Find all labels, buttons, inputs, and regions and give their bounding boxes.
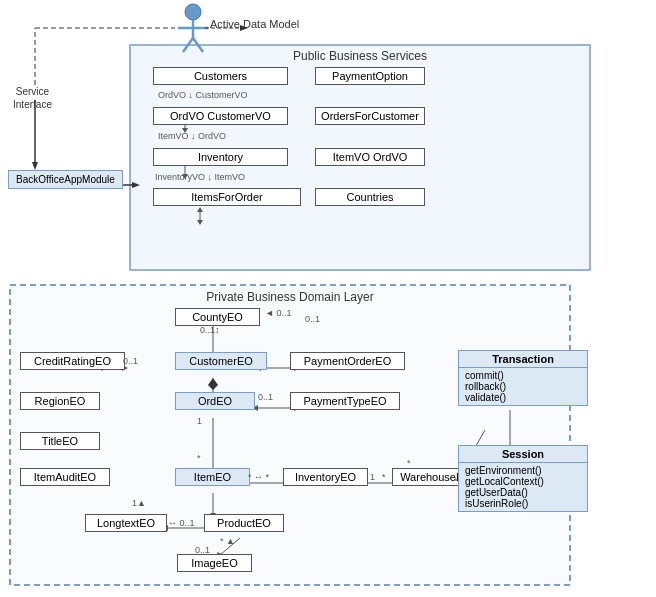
transaction-methods: commit() rollback() validate() — [459, 368, 587, 405]
diagram-container: Public Business Services Active Data Mod… — [0, 0, 656, 597]
svg-marker-12 — [132, 182, 140, 188]
sales-people-box: Countries — [315, 188, 425, 206]
img-mult2: 0..1 — [195, 545, 210, 555]
item-ord-vo-label: ItemVO ↓ OrdVO — [158, 131, 226, 141]
svg-marker-23 — [197, 207, 203, 212]
items-for-order-box: Inventory — [153, 148, 288, 166]
inventory-eo-box: InventoryEO — [283, 468, 368, 486]
inventory-for-order-box: ItemsForOrder — [153, 188, 301, 206]
product-eo-box: ProductEO — [204, 514, 284, 532]
session-label: Session — [459, 446, 587, 463]
private-panel-label: Private Business Domain Layer — [10, 285, 570, 304]
region-eo-box: RegionEO — [20, 392, 100, 410]
ord-eo-box: OrdEO — [175, 392, 255, 410]
svg-marker-22 — [197, 220, 203, 225]
ord-customer-vo-label: OrdVO ↓ CustomerVO — [158, 90, 248, 100]
wh-mult-l: 1 — [370, 472, 375, 482]
credit-mult2: 0..1 — [123, 356, 138, 366]
countries-box: ItemVO OrdVO — [315, 148, 425, 166]
wh-star-label: * — [407, 458, 411, 468]
payment-type-eo-box: PaymentTypeEO — [290, 392, 400, 410]
lt-mult1: 1▲ — [132, 498, 146, 508]
county-multiplicity: ◄ 0..1 — [265, 308, 291, 318]
inventory-vo-label: InventoryVO ↓ ItemVO — [155, 172, 245, 182]
ord-item-mult: 1 — [197, 416, 202, 426]
item-mult: * — [197, 453, 201, 463]
session-box: Session getEnvironment() getLocalContext… — [458, 445, 588, 512]
transaction-label: Transaction — [459, 351, 587, 368]
payment-order-eo-box: PaymentOrderEO — [290, 352, 405, 370]
service-interface-label: ServiceInterface — [5, 85, 60, 111]
customer-eo-box: CustomerEO — [175, 352, 267, 370]
customers-box: Customers — [153, 67, 288, 85]
item-eo-box: ItemEO — [175, 468, 250, 486]
svg-marker-34 — [208, 378, 218, 390]
svg-point-2 — [185, 4, 201, 20]
county-eo-box: CountyEO — [175, 308, 260, 326]
back-office-module-box: BackOfficeAppModule — [8, 170, 123, 189]
image-eo-box: ImageEO — [177, 554, 252, 572]
county-arrow-label: 0..1 — [305, 314, 320, 324]
inventory-box: OrdersForCustomer — [315, 107, 425, 125]
session-star: * — [454, 476, 458, 486]
county-mult2: 0..1↕ — [200, 325, 220, 335]
inv-mult: * ↔ * — [248, 472, 269, 482]
title-eo-box: TitleEO — [20, 432, 100, 450]
item-audit-eo-box: ItemAuditEO — [20, 468, 110, 486]
wh-mult-r: * — [382, 472, 386, 482]
transaction-box: Transaction commit() rollback() validate… — [458, 350, 588, 406]
img-mult1: * ▲ — [220, 536, 235, 546]
ord-mult: 0..1 — [258, 392, 273, 402]
orders-for-customer-box: OrdVO CustomerVO — [153, 107, 288, 125]
public-panel-label: Public Business Services — [130, 45, 590, 63]
prod-mult1: ↔ 0..1 — [168, 518, 195, 528]
svg-marker-10 — [32, 162, 38, 170]
session-methods: getEnvironment() getLocalContext() getUs… — [459, 463, 587, 511]
longtext-eo-box: LongtextEO — [85, 514, 167, 532]
active-data-model-label: Active Data Model — [210, 18, 299, 30]
credit-mult: * — [108, 356, 112, 366]
payment-option-box: PaymentOption — [315, 67, 425, 85]
